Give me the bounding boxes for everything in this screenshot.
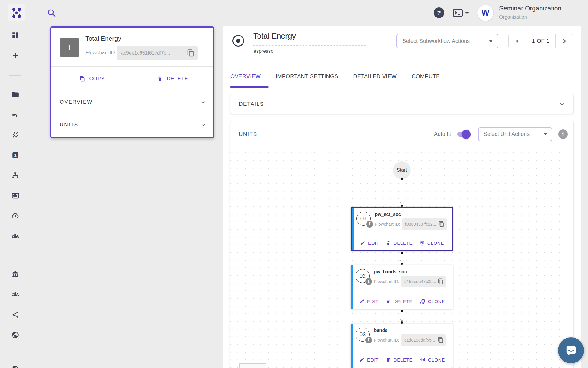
pager-prev-button[interactable] — [509, 34, 526, 48]
copy-icon[interactable] — [437, 336, 444, 344]
sidebar-item-globe-partial[interactable] — [0, 362, 30, 368]
sidebar-item-projects[interactable] — [0, 87, 30, 102]
connector-line — [402, 312, 402, 320]
sidebar-item-org-members[interactable] — [0, 287, 30, 302]
delete-workflow-button[interactable]: DELETE — [132, 67, 213, 91]
pager-next-button[interactable] — [556, 34, 573, 48]
sidebar-item-materials[interactable] — [0, 128, 30, 142]
delete-label: DELETE — [394, 240, 413, 246]
details-accordion[interactable]: DETAILS — [230, 94, 573, 114]
connector-dot — [401, 263, 403, 265]
unit-actions-dropdown[interactable]: Select Unit Actions — [478, 127, 552, 141]
plus-icon — [11, 52, 19, 59]
flowchart-canvas[interactable]: Start — [230, 147, 573, 368]
pencil-icon — [360, 240, 365, 246]
title-edit-underline — [253, 45, 366, 46]
unit-name: pw_scf_soc — [375, 212, 401, 217]
unit-delete-button[interactable]: DELETE — [386, 357, 413, 363]
sidebar-item-institution[interactable] — [0, 267, 30, 282]
unit-edit-button[interactable]: EDIT — [359, 357, 379, 362]
tab-overview[interactable]: OVERVIEW — [230, 66, 261, 87]
unit-edit-button[interactable]: EDIT — [359, 299, 379, 304]
copy-label: COPY — [89, 76, 105, 82]
unit-number: 01 — [360, 216, 367, 222]
subworkflow-title[interactable]: Total Energy — [253, 32, 296, 40]
account-menu[interactable]: Seminar Organization Organisation — [499, 5, 561, 20]
unit-card-pw-scf-soc[interactable]: 01 I pw_scf_soc Flowchart ID: f0809438-f… — [351, 207, 453, 251]
materials-dots-icon — [11, 131, 19, 139]
sidebar-item-jobs[interactable] — [0, 107, 30, 122]
canvas-minimap[interactable] — [239, 363, 266, 368]
unit-flowchart-id-value: f0809438-fc82... — [405, 222, 438, 227]
unit-flowchart-id-chip[interactable]: d155eda47c0b... — [401, 276, 446, 287]
copy-icon[interactable] — [438, 220, 445, 228]
chevron-left-icon — [514, 38, 521, 44]
unit-clone-button[interactable]: CLONE — [419, 240, 444, 246]
unit-delete-button[interactable]: DELETE — [386, 299, 413, 304]
unit-flowchart-id-chip[interactable]: f0809438-fc82... — [402, 218, 447, 230]
accordion-row-units[interactable]: UNITS — [51, 113, 213, 136]
unit-flowchart-id-value: c1de19edaf55... — [404, 338, 437, 343]
unit-actions-label: Select Unit Actions — [484, 131, 530, 137]
accordion-label: OVERVIEW — [60, 99, 92, 105]
jobs-list-icon — [11, 111, 19, 119]
unit-name: bands — [374, 328, 387, 333]
copy-icon[interactable] — [186, 48, 195, 58]
copy-icon[interactable] — [437, 278, 444, 285]
unit-card-pw-bands-soc[interactable]: 02 I pw_bands_soc Flowchart ID: d155eda4… — [351, 265, 453, 309]
chat-launcher-button[interactable] — [558, 337, 584, 363]
unit-card-bands[interactable]: 03 I bands Flowchart ID: c1de19edaf55... — [351, 324, 453, 368]
unit-delete-button[interactable]: DELETE — [386, 240, 413, 246]
tab-detailed-view[interactable]: DETAILED VIEW — [353, 66, 397, 87]
start-node[interactable]: Start — [393, 161, 411, 179]
sidebar-item-cloud-upload[interactable] — [0, 209, 30, 223]
subworkflow-actions-dropdown[interactable]: Select Subworkflow Actions — [396, 34, 498, 48]
team-icon — [11, 232, 19, 240]
help-button[interactable]: ? — [434, 7, 444, 18]
chevron-down-icon — [200, 121, 207, 128]
info-icon[interactable]: i — [558, 129, 568, 139]
sidebar-item-team[interactable] — [0, 229, 30, 243]
sidebar-item-create-new[interactable] — [0, 48, 30, 63]
bank-icon — [11, 270, 19, 278]
copy-icon — [79, 75, 85, 82]
dashboard-icon — [11, 31, 19, 39]
sidebar-item-share[interactable] — [0, 307, 30, 322]
unit-number-circle: 03 I — [356, 328, 370, 342]
unit-edit-button[interactable]: EDIT — [360, 240, 379, 246]
chevron-down-icon — [559, 101, 565, 108]
accordion-label: UNITS — [60, 122, 78, 128]
autofit-label: Auto fit — [434, 131, 451, 137]
flowchart-id-label: Flowchart ID: — [85, 50, 116, 56]
app-logo[interactable] — [8, 4, 25, 21]
sidebar-item-globe[interactable] — [0, 328, 30, 342]
copy-workflow-button[interactable]: COPY — [51, 67, 132, 91]
sidebar-divider — [9, 256, 21, 256]
delete-label: DELETE — [394, 357, 413, 362]
sidebar-item-unit[interactable]: 1 — [0, 148, 30, 163]
sidebar-item-media[interactable] — [0, 188, 30, 203]
selection-card-actions: COPY DELETE — [51, 67, 213, 91]
pager-label: 1 OF 1 — [526, 34, 556, 48]
sidebar-item-workflows[interactable] — [0, 168, 30, 183]
sidebar-divider — [9, 75, 21, 76]
units-label: UNITS — [239, 131, 257, 137]
unit-type-badge: I — [366, 221, 373, 228]
tab-important-settings[interactable]: IMPORTANT SETTINGS — [276, 66, 338, 87]
flowchart-id-chip[interactable]: ac9ee1c651f61cdf7c... — [117, 46, 198, 60]
trash-icon — [386, 299, 391, 304]
tab-compute[interactable]: COMPUTE — [412, 66, 440, 87]
workflow-tile: I — [60, 38, 79, 57]
search-button[interactable] — [47, 8, 56, 18]
unit-clone-button[interactable]: CLONE — [420, 357, 445, 363]
trash-icon — [386, 357, 391, 363]
console-menu-button[interactable] — [452, 8, 469, 18]
unit-flowchart-id-chip[interactable]: c1de19edaf55... — [401, 334, 446, 346]
unit-clone-button[interactable]: CLONE — [420, 299, 445, 304]
accordion-row-overview[interactable]: OVERVIEW — [51, 91, 213, 113]
unit-flowchart-id-label: Flowchart ID: — [374, 338, 399, 343]
avatar[interactable]: W — [477, 5, 493, 21]
autofit-toggle[interactable] — [457, 132, 469, 137]
sidebar-item-dashboard[interactable] — [0, 28, 30, 43]
unit-flowchart-id-label: Flowchart ID: — [375, 222, 400, 227]
